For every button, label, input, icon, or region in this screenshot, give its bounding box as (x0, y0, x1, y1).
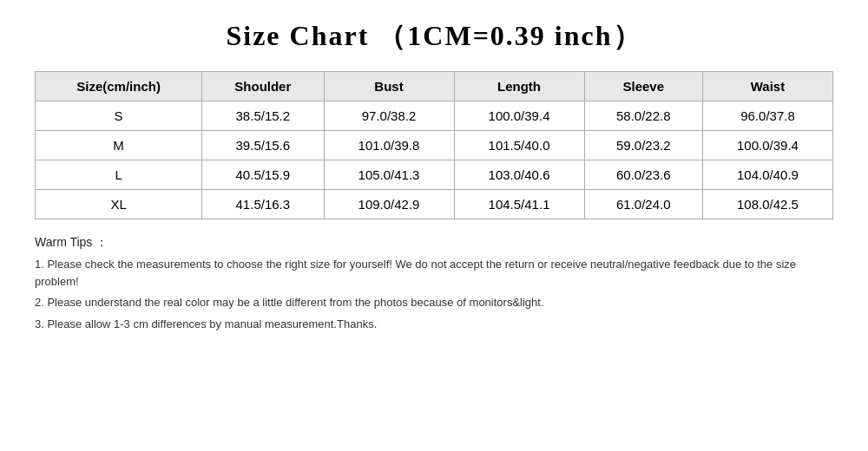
table-header: Size(cm/inch)ShoulderBustLengthSleeveWai… (36, 72, 833, 101)
table-cell: 59.0/23.2 (584, 131, 702, 160)
table-cell: 108.0/42.5 (702, 190, 832, 219)
warm-tips-section: Warm Tips ： 1. Please check the measurem… (35, 235, 833, 332)
table-cell: 61.0/24.0 (584, 190, 702, 219)
table-cell: 40.5/15.9 (202, 160, 324, 190)
table-row: S38.5/15.297.0/38.2100.0/39.458.0/22.896… (36, 101, 833, 131)
table-header-row: Size(cm/inch)ShoulderBustLengthSleeveWai… (36, 72, 833, 101)
table-cell: XL (36, 190, 202, 219)
table-header-cell: Sleeve (584, 72, 702, 101)
table-header-cell: Waist (702, 72, 832, 101)
table-header-cell: Shoulder (202, 72, 324, 101)
size-chart-table: Size(cm/inch)ShoulderBustLengthSleeveWai… (35, 71, 833, 219)
table-row: XL41.5/16.3109.0/42.9104.5/41.161.0/24.0… (36, 190, 833, 219)
table-cell: 103.0/40.6 (454, 160, 584, 190)
table-cell: 96.0/37.8 (702, 101, 832, 131)
table-cell: 100.0/39.4 (454, 101, 584, 131)
table-row: M39.5/15.6101.0/39.8101.5/40.059.0/23.21… (36, 131, 833, 160)
tip-item: 1. Please check the measurements to choo… (35, 256, 833, 290)
table-cell: 39.5/15.6 (202, 131, 324, 160)
table-header-cell: Size(cm/inch) (36, 72, 202, 101)
table-cell: 104.5/41.1 (454, 190, 584, 219)
table-cell: 58.0/22.8 (584, 101, 702, 131)
table-cell: 100.0/39.4 (702, 131, 832, 160)
table-cell: 38.5/15.2 (202, 101, 324, 131)
table-cell: 101.5/40.0 (454, 131, 584, 160)
table-cell: 105.0/41.3 (324, 160, 454, 190)
table-cell: 101.0/39.8 (324, 131, 454, 160)
tip-item: 2. Please understand the real color may … (35, 294, 833, 311)
table-cell: L (36, 160, 202, 190)
table-cell: 104.0/40.9 (702, 160, 832, 190)
table-body: S38.5/15.297.0/38.2100.0/39.458.0/22.896… (36, 101, 833, 219)
page-title: Size Chart （1CM=0.39 inch） (35, 17, 833, 56)
table-cell: 60.0/23.6 (584, 160, 702, 190)
warm-tips-title: Warm Tips ： (35, 235, 833, 251)
table-cell: M (36, 131, 202, 160)
tip-item: 3. Please allow 1-3 cm differences by ma… (35, 316, 833, 333)
table-cell: 109.0/42.9 (324, 190, 454, 219)
table-cell: 97.0/38.2 (324, 101, 454, 131)
table-header-cell: Length (454, 72, 584, 101)
table-cell: 41.5/16.3 (202, 190, 324, 219)
table-row: L40.5/15.9105.0/41.3103.0/40.660.0/23.61… (36, 160, 833, 190)
table-cell: S (36, 101, 202, 131)
tips-list: 1. Please check the measurements to choo… (35, 256, 833, 332)
table-header-cell: Bust (324, 72, 454, 101)
page-container: Size Chart （1CM=0.39 inch） Size(cm/inch)… (0, 0, 868, 451)
